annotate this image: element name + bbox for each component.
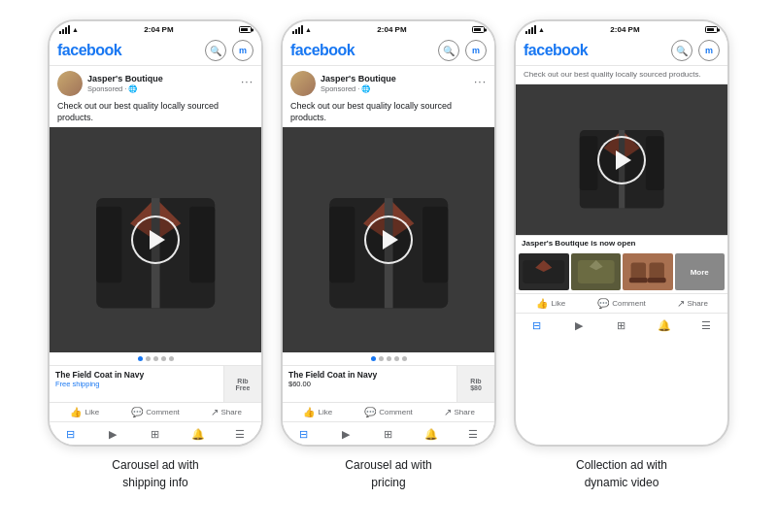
- grid-jacket-svg: [519, 253, 569, 290]
- facebook-logo-3: facebook: [524, 42, 588, 59]
- svg-rect-9: [422, 206, 448, 282]
- product-info-1: The Field Coat in Navy Free shipping: [50, 366, 224, 402]
- grid-item-boots[interactable]: [623, 253, 673, 290]
- caption-3: Collection ad with dynamic video: [576, 456, 667, 491]
- nav-menu-2[interactable]: ☰: [452, 427, 494, 441]
- nav-video-3[interactable]: ▶: [558, 318, 601, 332]
- grid-boots-svg: [623, 253, 673, 290]
- caption-1: Carousel ad with shipping info: [112, 456, 198, 491]
- fb-header-3: facebook 🔍 m: [516, 36, 727, 66]
- svg-rect-3: [96, 206, 121, 282]
- carousel-dots-1: [50, 352, 261, 365]
- share-button-3[interactable]: ↗ Share: [657, 298, 727, 309]
- action-bar-3: 👍 Like 💬 Comment ↗ Share: [516, 293, 727, 313]
- share-icon-1: ↗: [211, 407, 219, 417]
- menu-icon-2: ☰: [464, 427, 482, 441]
- nav-marketplace-1[interactable]: ⊞: [134, 427, 177, 441]
- video-icon-2: ▶: [337, 427, 355, 441]
- status-right-3: [705, 26, 718, 33]
- phones-container: ▲ 2:04 PM facebook 🔍 m: [48, 19, 729, 491]
- like-button-2[interactable]: 👍 Like: [283, 407, 354, 417]
- nav-notifications-2[interactable]: 🔔: [410, 427, 453, 441]
- share-button-1[interactable]: ↗ Share: [190, 407, 261, 417]
- product-image-3: [516, 84, 727, 235]
- nav-notifications-1[interactable]: 🔔: [177, 427, 220, 441]
- share-icon-3: ↗: [677, 298, 685, 309]
- bell-icon-3: 🔔: [656, 318, 673, 332]
- search-icon-3[interactable]: 🔍: [671, 40, 693, 61]
- video-icon-1: ▶: [104, 427, 121, 441]
- product-info-2: The Field Coat in Navy $60.00: [283, 366, 457, 402]
- grid-item-jacket[interactable]: [519, 253, 569, 290]
- avatar-2: [290, 71, 316, 96]
- facebook-logo-2: facebook: [290, 42, 355, 59]
- nav-menu-3[interactable]: ☰: [685, 318, 727, 332]
- like-icon-3: 👍: [536, 298, 548, 309]
- search-icon-1[interactable]: 🔍: [205, 40, 226, 61]
- play-button-2[interactable]: [364, 216, 413, 264]
- messenger-icon-1[interactable]: m: [232, 40, 253, 61]
- marketplace-icon-3: ⊞: [613, 318, 630, 332]
- messenger-icon-2[interactable]: m: [465, 40, 487, 61]
- signal-icon-3: [525, 25, 536, 34]
- status-left-1: ▲: [59, 25, 79, 34]
- like-button-1[interactable]: 👍 Like: [50, 407, 120, 417]
- grid-item-top[interactable]: [571, 253, 622, 290]
- status-left-3: ▲: [525, 25, 545, 34]
- like-icon-1: 👍: [70, 407, 82, 417]
- nav-marketplace-2[interactable]: ⊞: [367, 427, 410, 441]
- fb-header-icons-1: 🔍 m: [205, 40, 253, 61]
- status-left-2: ▲: [292, 25, 312, 34]
- status-bar-2: ▲ 2:04 PM: [283, 21, 494, 36]
- fb-header-2: facebook 🔍 m: [283, 36, 494, 66]
- home-icon-2: ⊟: [295, 427, 313, 441]
- product-name-2: The Field Coat in Navy: [288, 370, 451, 380]
- like-icon-2: 👍: [303, 407, 315, 417]
- like-button-3[interactable]: 👍 Like: [516, 298, 587, 309]
- post-options-1[interactable]: ···: [241, 75, 253, 88]
- post-text-1: Check out our best quality locally sourc…: [50, 101, 261, 127]
- nav-marketplace-3[interactable]: ⊞: [600, 318, 643, 332]
- nav-home-1[interactable]: ⊟: [50, 427, 92, 441]
- author-info-2: Jasper's Boutique Sponsored · 🌐: [321, 74, 396, 93]
- search-icon-2[interactable]: 🔍: [438, 40, 459, 61]
- sponsored-2: Sponsored · 🌐: [321, 84, 396, 93]
- phone-2-wrapper: ▲ 2:04 PM facebook 🔍 m Jasper's Bout: [281, 19, 496, 491]
- bell-icon-2: 🔔: [422, 427, 440, 441]
- nav-video-2[interactable]: ▶: [325, 427, 368, 441]
- nav-home-2[interactable]: ⊟: [283, 427, 325, 441]
- comment-button-1[interactable]: 💬 Comment: [120, 407, 191, 417]
- action-bar-2: 👍 Like 💬 Comment ↗ Share: [283, 402, 494, 421]
- nav-video-1[interactable]: ▶: [92, 427, 135, 441]
- battery-icon-2: [472, 26, 485, 33]
- status-right-1: [239, 26, 252, 33]
- play-button-3[interactable]: [597, 136, 646, 184]
- video-icon-3: ▶: [570, 318, 588, 332]
- signal-icon: [59, 25, 70, 34]
- action-bar-1: 👍 Like 💬 Comment ↗ Share: [50, 402, 261, 421]
- grid-item-more[interactable]: More: [675, 253, 726, 290]
- product-image-1: [50, 127, 261, 352]
- status-time-3: 2:04 PM: [610, 25, 639, 34]
- play-button-1[interactable]: [131, 216, 180, 264]
- messenger-icon-3[interactable]: m: [698, 40, 720, 61]
- nav-notifications-3[interactable]: 🔔: [643, 318, 686, 332]
- post-options-2[interactable]: ···: [474, 75, 487, 88]
- nav-home-3[interactable]: ⊟: [516, 318, 558, 332]
- status-time-2: 2:04 PM: [377, 25, 406, 34]
- comment-button-2[interactable]: 💬 Comment: [354, 407, 424, 417]
- author-name-2: Jasper's Boutique: [321, 74, 396, 84]
- share-button-2[interactable]: ↗ Share: [423, 407, 494, 417]
- bottom-nav-2: ⊟ ▶ ⊞ 🔔 ☰: [283, 421, 494, 445]
- facebook-logo-1: facebook: [57, 42, 121, 59]
- carousel-dots-2: [283, 352, 494, 365]
- comment-button-3[interactable]: 💬 Comment: [587, 298, 658, 309]
- play-triangle-1: [150, 230, 165, 249]
- product-snippet-1: Rib Free: [224, 366, 261, 402]
- nav-menu-1[interactable]: ☰: [219, 427, 261, 441]
- battery-icon: [239, 26, 252, 33]
- phone-1-wrapper: ▲ 2:04 PM facebook 🔍 m: [48, 19, 263, 491]
- sponsored-1: Sponsored · 🌐: [87, 84, 163, 93]
- collection-grid-3: More: [516, 250, 727, 293]
- svg-rect-4: [189, 206, 215, 282]
